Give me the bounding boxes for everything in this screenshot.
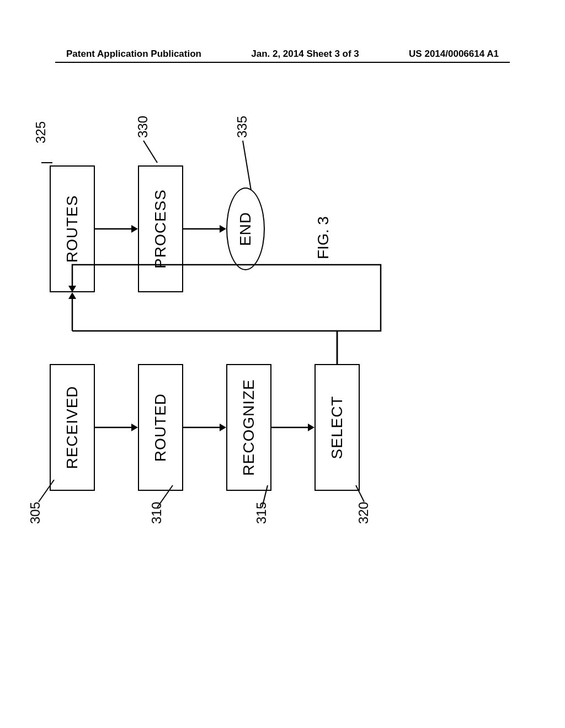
header-right: US 2014/0006614 A1: [409, 49, 499, 60]
leader-305: [39, 469, 61, 502]
leader-315: [262, 474, 284, 507]
leader-330: [143, 135, 160, 163]
svg-line-5: [143, 141, 157, 163]
svg-line-1: [157, 485, 173, 507]
leader-335: [243, 135, 259, 190]
leader-310: [157, 474, 179, 507]
leader-320: [356, 469, 378, 502]
page-header: Patent Application Publication Jan. 2, 2…: [66, 49, 499, 60]
header-left: Patent Application Publication: [66, 49, 201, 60]
connector-select-to-routes: [50, 276, 370, 364]
svg-line-6: [243, 141, 251, 190]
svg-line-2: [262, 485, 268, 507]
ref-330: 330: [135, 116, 151, 138]
svg-marker-21: [220, 225, 226, 233]
arrow-325-330: [95, 223, 139, 234]
ref-335: 335: [234, 116, 250, 138]
svg-line-0: [39, 480, 54, 502]
svg-line-3: [356, 485, 364, 502]
flowchart: RECEIVED 305 ROUTED 310 RECOGNIZE 315 SE…: [50, 193, 458, 502]
ref-320: 320: [356, 502, 371, 524]
svg-marker-19: [131, 225, 138, 233]
header-rule: [55, 62, 510, 63]
svg-marker-17: [68, 292, 76, 299]
leader-325: [41, 141, 58, 163]
figure-label: FIG. 3: [315, 216, 332, 259]
ref-305: 305: [28, 502, 43, 524]
header-center: Jan. 2, 2014 Sheet 3 of 3: [251, 49, 359, 60]
ref-325: 325: [33, 121, 49, 143]
arrow-330-335: [183, 223, 227, 234]
